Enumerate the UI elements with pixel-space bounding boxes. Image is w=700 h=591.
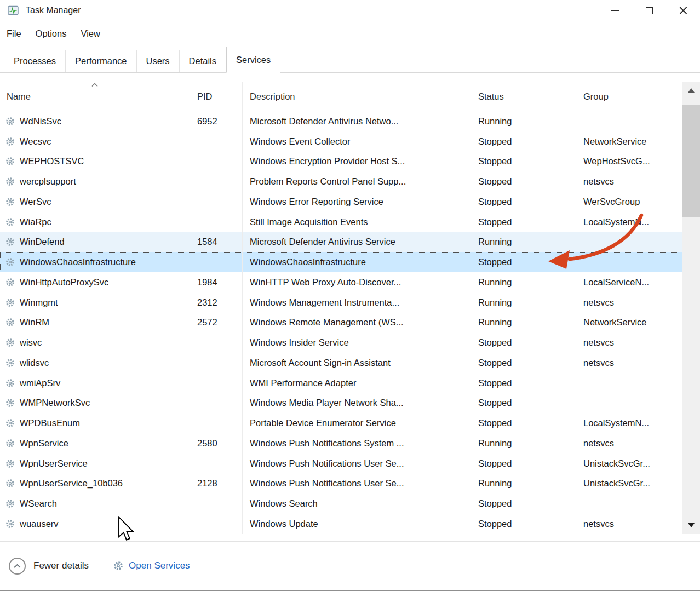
tab-users[interactable]: Users <box>137 50 180 72</box>
service-row[interactable]: WerSvc Windows Error Reporting Service S… <box>0 192 682 212</box>
service-pid-cell: 6952 <box>190 111 243 131</box>
service-gear-icon <box>5 278 15 287</box>
service-name-cell: WpnService <box>0 433 190 454</box>
menu-file[interactable]: File <box>7 25 28 42</box>
tab-services[interactable]: Services <box>226 47 280 73</box>
service-status-cell: Running <box>471 474 576 494</box>
task-manager-app-icon <box>8 5 19 16</box>
service-pid-cell: 2128 <box>190 474 243 494</box>
service-gear-icon <box>5 499 15 508</box>
service-row[interactable]: WinDefend 1584 Microsoft Defender Antivi… <box>0 232 682 253</box>
service-row[interactable]: WEPHOSTSVC Windows Encryption Provider H… <box>0 152 682 172</box>
tab-processes[interactable]: Processes <box>4 50 66 72</box>
service-gear-icon <box>5 237 15 246</box>
service-row[interactable]: wisvc Windows Insider Service Stopped ne… <box>0 332 682 353</box>
service-pid-cell: 2572 <box>190 313 243 333</box>
service-row[interactable]: WPDBusEnum Portable Device Enumerator Se… <box>0 413 682 433</box>
footer-divider <box>101 559 101 573</box>
service-row[interactable]: WinHttpAutoProxySvc 1984 WinHTTP Web Pro… <box>0 272 682 292</box>
scroll-down-button[interactable] <box>682 517 700 534</box>
service-name: wisvc <box>20 337 42 348</box>
service-name: WinDefend <box>20 237 65 247</box>
open-services-link[interactable]: Open Services <box>113 560 190 571</box>
service-name: WSearch <box>20 498 57 509</box>
open-services-label: Open Services <box>129 560 190 571</box>
service-row[interactable]: WpnUserService Windows Push Notification… <box>0 454 682 474</box>
service-pid-cell <box>190 332 243 353</box>
service-name-cell: WEPHOSTSVC <box>0 152 190 172</box>
column-header-status[interactable]: Status <box>471 82 576 111</box>
service-row[interactable]: wuauserv Windows Update Stopped netsvcs <box>0 514 682 534</box>
service-row[interactable]: WpnService 2580 Windows Push Notificatio… <box>0 433 682 454</box>
service-gear-icon <box>5 197 15 206</box>
service-description-cell: Windows Push Notifications System ... <box>243 433 471 454</box>
service-status-cell: Stopped <box>471 373 576 393</box>
tab-details[interactable]: Details <box>180 50 226 72</box>
service-row[interactable]: wmiApSrv WMI Performance Adapter Stopped <box>0 373 682 393</box>
close-icon <box>679 7 687 15</box>
service-name-cell: Wecsvc <box>0 131 190 152</box>
service-name-cell: WPDBusEnum <box>0 413 190 433</box>
service-name: WindowsChaosInfrastructure <box>20 257 136 267</box>
column-header-pid[interactable]: PID <box>190 82 243 111</box>
service-row[interactable]: WiaRpc Still Image Acquisition Events St… <box>0 212 682 232</box>
service-group-cell: netsvcs <box>576 353 682 373</box>
column-header-group[interactable]: Group <box>576 82 682 111</box>
service-name-cell: wisvc <box>0 332 190 353</box>
service-gear-icon <box>5 418 15 428</box>
service-name-cell: wuauserv <box>0 514 190 534</box>
services-table: Name PID Description Status Group <box>0 82 700 534</box>
service-name-cell: WinDefend <box>0 232 190 253</box>
menu-view[interactable]: View <box>73 25 107 42</box>
service-pid-cell: 1984 <box>190 272 243 292</box>
fewer-details-button[interactable]: Fewer details <box>9 558 89 575</box>
fewer-details-label: Fewer details <box>33 560 89 571</box>
service-row[interactable]: WpnUserService_10b036 2128 Windows Push … <box>0 474 682 494</box>
titlebar: Task Manager <box>0 0 700 21</box>
service-pid-cell <box>190 393 243 414</box>
scroll-up-button[interactable] <box>682 82 700 99</box>
service-pid-cell <box>190 252 243 272</box>
service-status-cell: Running <box>471 292 576 313</box>
service-pid-cell <box>190 152 243 172</box>
service-pid-cell <box>190 514 243 534</box>
service-status-cell: Stopped <box>471 152 576 172</box>
service-name-cell: WindowsChaosInfrastructure <box>0 252 190 272</box>
minimize-icon <box>611 10 619 11</box>
sort-ascending-icon <box>91 83 99 87</box>
service-description-cell: WindowsChaosInfrastructure <box>243 252 471 272</box>
service-row[interactable]: wercplsupport Problem Reports Control Pa… <box>0 171 682 192</box>
maximize-icon <box>646 7 653 14</box>
column-header-name[interactable]: Name <box>0 82 190 111</box>
service-gear-icon <box>5 338 15 347</box>
service-row[interactable]: wlidsvc Microsoft Account Sign-in Assist… <box>0 353 682 373</box>
service-gear-icon <box>5 398 15 408</box>
service-row[interactable]: WMPNetworkSvc Windows Media Player Netwo… <box>0 393 682 414</box>
menu-options[interactable]: Options <box>28 25 74 42</box>
service-row[interactable]: WinRM 2572 Windows Remote Management (WS… <box>0 313 682 333</box>
service-row[interactable]: Wecsvc Windows Event Collector Stopped N… <box>0 131 682 152</box>
service-gear-icon <box>5 358 15 368</box>
service-row[interactable]: Winmgmt 2312 Windows Management Instrume… <box>0 292 682 313</box>
vertical-scrollbar[interactable] <box>682 82 700 534</box>
service-status-cell: Running <box>471 272 576 292</box>
service-pid-cell <box>190 171 243 192</box>
menu-bar: File Options View <box>0 21 700 46</box>
service-pid-cell <box>190 494 243 514</box>
service-pid-cell: 1584 <box>190 232 243 253</box>
service-group-cell <box>576 393 682 414</box>
service-description-cell: Windows Media Player Network Sha... <box>243 393 471 414</box>
service-name-cell: WpnUserService <box>0 454 190 474</box>
service-name: WinHttpAutoProxySvc <box>20 277 108 288</box>
service-row[interactable]: WSearch Windows Search Stopped <box>0 494 682 514</box>
close-button[interactable] <box>666 0 700 21</box>
service-row[interactable]: WdNisSvc 6952 Microsoft Defender Antivir… <box>0 111 682 131</box>
scrollbar-thumb[interactable] <box>682 105 700 217</box>
minimize-button[interactable] <box>598 0 632 21</box>
service-row[interactable]: WindowsChaosInfrastructure WindowsChaosI… <box>0 252 682 272</box>
service-name-cell: WMPNetworkSvc <box>0 393 190 414</box>
service-name: wuauserv <box>20 519 59 529</box>
column-header-description[interactable]: Description <box>243 82 471 111</box>
maximize-button[interactable] <box>632 0 666 21</box>
tab-performance[interactable]: Performance <box>66 50 136 72</box>
